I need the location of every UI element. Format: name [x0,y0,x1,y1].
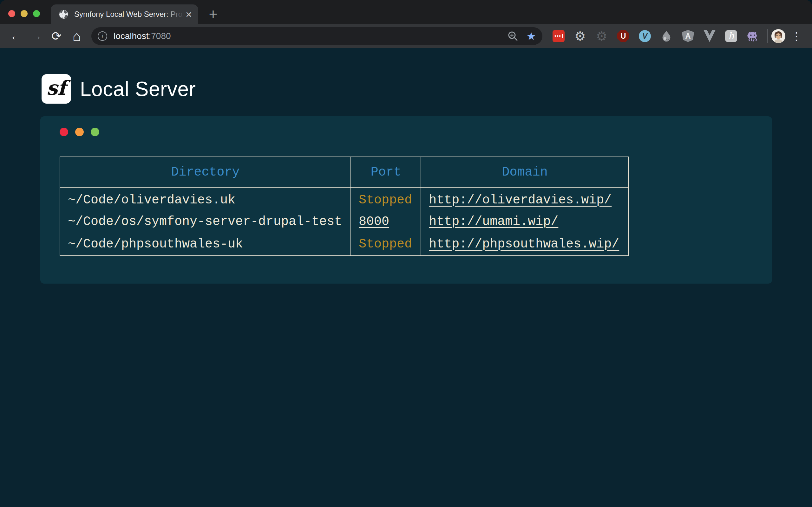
forward-icon: → [27,27,45,45]
table-header-row: Directory Port Domain [60,157,629,187]
header-port: Port [351,157,421,187]
drupal-extension-icon[interactable] [660,30,672,42]
github-octocat-extension-icon[interactable] [747,30,759,42]
brand-header: sf Local Server [42,74,812,104]
lastpass-dots: ••• [554,33,561,39]
window-traffic-lights [8,10,40,17]
domain-link[interactable]: http://umami.wip/ [429,215,558,229]
toolbar-separator [767,29,768,43]
tab-title-fade [165,10,184,19]
lastpass-cursor-bar [562,34,563,38]
window-zoom-button[interactable] [33,10,40,17]
ublock-extension-icon[interactable]: U [617,30,629,42]
new-tab-button[interactable]: + [206,7,221,22]
status-stopped: Stopped [359,193,412,207]
symfony-logo: sf [42,74,71,104]
angular-extension-icon[interactable]: A [682,30,694,42]
directory-cell: ~/Code/oliverdavies.uk [60,187,351,210]
window-minimize-button[interactable] [20,10,28,17]
page-title: Local Server [80,77,196,101]
terminal-card: Directory Port Domain ~/Code/oliverdavie… [40,116,772,284]
back-icon[interactable]: ← [7,27,25,45]
card-traffic-lights [60,128,753,136]
servers-table: Directory Port Domain ~/Code/oliverdavie… [60,157,629,256]
card-orange-light [75,128,84,136]
gear-extension-icon[interactable]: ⚙ [574,30,586,42]
url-port: :7080 [149,31,171,41]
bookmark-star-icon[interactable]: ★ [526,31,536,42]
port-link[interactable]: 8000 [359,215,389,229]
browser-menu-icon[interactable]: ⋮ [788,30,805,43]
directory-cell: ~/Code/os/symfony-server-drupal-test [60,210,351,233]
browser-window: Symfony Local Web Server: Prox × + ← → ⟳… [0,0,812,507]
profile-avatar[interactable] [771,29,785,43]
tab-strip: Symfony Local Web Server: Prox × + [0,0,812,24]
header-directory: Directory [60,157,351,187]
port-cell: 8000 [351,210,421,233]
browser-toolbar: ← → ⟳ ⌂ i localhost:7080 ★ ••• ⚙ ⚙ U V [0,24,812,48]
home-icon[interactable]: ⌂ [68,27,86,45]
domain-link[interactable]: http://phpsouthwales.wip/ [429,237,619,251]
table-row: ~/Code/os/symfony-server-drupal-test 800… [60,210,629,233]
page-content: sf Local Server Directory Port Domain [0,48,812,507]
lastpass-extension-icon[interactable]: ••• [553,30,565,42]
disabled-gear-extension-icon[interactable]: ⚙ [596,30,608,42]
url-host: localhost [113,31,149,41]
domain-cell: http://umami.wip/ [421,210,629,233]
address-bar[interactable]: i localhost:7080 ★ [91,27,542,45]
symfony-sf-glyph: sf [47,76,66,100]
port-cell: Stopped [351,233,421,256]
tab-symfony-local-web-server[interactable]: Symfony Local Web Server: Prox × [51,4,198,24]
card-green-light [91,128,99,136]
tab-close-icon[interactable]: × [186,9,192,20]
port-cell: Stopped [351,187,421,210]
zoom-level-icon[interactable] [507,31,518,42]
table-row: ~/Code/phpsouthwales-uk Stopped http://p… [60,233,629,256]
card-red-light [60,128,68,136]
window-close-button[interactable] [8,10,15,17]
honey-extension-icon[interactable]: h [725,30,737,42]
site-info-icon[interactable]: i [98,32,107,41]
url-text[interactable]: localhost:7080 [113,31,507,41]
vue-extension-icon[interactable] [704,30,716,42]
domain-cell: http://oliverdavies.wip/ [421,187,629,210]
extensions-row: ••• ⚙ ⚙ U V A h [548,30,763,42]
table-row: ~/Code/oliverdavies.uk Stopped http://ol… [60,187,629,210]
header-domain: Domain [421,157,629,187]
vimium-extension-icon[interactable]: V [639,30,651,42]
status-stopped: Stopped [359,237,412,251]
globe-icon [58,9,68,19]
reload-icon[interactable]: ⟳ [48,27,65,45]
directory-cell: ~/Code/phpsouthwales-uk [60,233,351,256]
tab-title: Symfony Local Web Server: Prox [74,10,184,19]
domain-cell: http://phpsouthwales.wip/ [421,233,629,256]
domain-link[interactable]: http://oliverdavies.wip/ [429,193,612,207]
